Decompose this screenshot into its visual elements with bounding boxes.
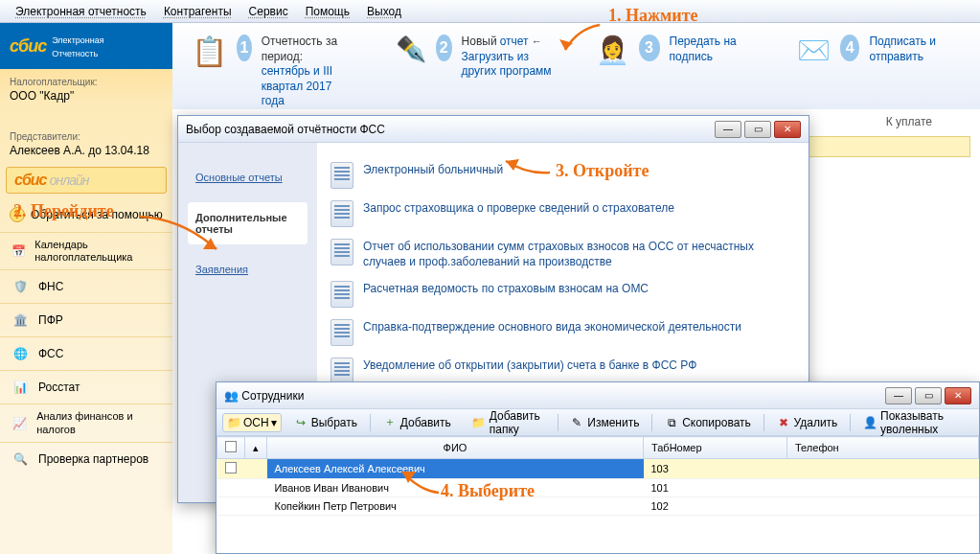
col-tab[interactable]: ТабНомер: [644, 437, 787, 459]
sign-send-link[interactable]: Подписать и отправить: [869, 35, 935, 63]
emp-toolbar: 📁 ОСН ▾ ↪Выбрать ＋Добавить 📁Добавить пап…: [217, 409, 979, 436]
envelope-icon: ✉️: [797, 35, 831, 66]
report-icon: [330, 162, 353, 189]
copy-icon: ⧉: [665, 416, 678, 429]
table-row[interactable]: Алексеев Алексей Алексеевич 103: [217, 459, 979, 479]
step-number-1: 1: [237, 35, 252, 61]
step-number-3: 3: [639, 35, 660, 61]
logo-sub2: Отчетность: [52, 49, 98, 58]
rep-value: Алексеев А.А. до 13.04.18: [10, 144, 163, 157]
delete-icon: ✖: [777, 416, 790, 429]
report-item[interactable]: Запрос страховщика о проверке сведений о…: [327, 195, 799, 233]
sidebar-item-finance[interactable]: 📈 Анализ финансов и налогов: [0, 404, 172, 441]
logo-brand: сбис: [10, 36, 46, 57]
step-number-2: 2: [436, 35, 452, 61]
report-icon: [330, 319, 353, 346]
sidebar-item-rosstat[interactable]: 📊 Росстат: [0, 370, 172, 404]
dialog-titlebar[interactable]: Выбор создаваемой отчётности ФСС — ▭ ✕: [178, 116, 809, 143]
online-banner[interactable]: сбис онлайн: [6, 167, 167, 194]
select-button[interactable]: ↪Выбрать: [285, 412, 366, 433]
new-report-link[interactable]: отчет: [500, 35, 529, 48]
report-item[interactable]: Справка-подтверждение основного вида эко…: [327, 313, 799, 352]
people-icon: 👥: [224, 389, 239, 403]
edit-icon: ✎: [570, 416, 583, 429]
sidebar-item-fss[interactable]: 🌐 ФСС: [0, 336, 172, 370]
taxpayer-label: Налогоплательщик:: [10, 77, 163, 87]
emp-title: Сотрудники: [241, 389, 304, 403]
col-tel[interactable]: Телефон: [787, 437, 979, 459]
fns-icon: 🛡️: [10, 276, 31, 297]
select-icon: ↪: [294, 416, 308, 429]
maximize-button[interactable]: ▭: [744, 121, 771, 138]
rosstat-icon: 📊: [10, 377, 31, 398]
tab-extra-reports[interactable]: Дополнительные отчеты: [188, 202, 308, 244]
tab-applications[interactable]: Заявления: [188, 254, 308, 285]
steps-bar: 📋 1 Отчетность за период: сентябрь и III…: [172, 23, 980, 109]
sidebar-item-check[interactable]: 🔍 Проверка партнеров: [0, 442, 172, 475]
sidebar-item-pfr[interactable]: 🏛️ ПФР: [0, 303, 172, 336]
taxpayer-value: ООО "Кадр": [10, 89, 163, 103]
send-sign-link[interactable]: Передать на подпись: [670, 35, 737, 63]
table-row[interactable]: Копейкин Петр Петрович 102: [217, 497, 979, 516]
check-icon: 🔍: [10, 449, 31, 470]
sidebar-item-calendar[interactable]: 📅 Календарь налогоплательщика: [0, 232, 172, 269]
pfr-icon: 🏛️: [10, 310, 31, 331]
folder-plus-icon: 📁: [472, 416, 486, 429]
report-icon: [330, 281, 353, 308]
report-icon: [330, 239, 353, 265]
pen-icon: ✒️: [396, 35, 426, 64]
menu-reports[interactable]: Электронная отчетность: [8, 2, 154, 21]
calendar-icon: 📅: [10, 241, 27, 262]
col-check[interactable]: [217, 437, 245, 459]
help-link[interactable]: ? Обратиться за помощью: [0, 201, 172, 228]
sidebar-item-fns[interactable]: 🛡️ ФНС: [0, 269, 172, 303]
emp-minimize-button[interactable]: —: [885, 387, 912, 404]
kuplate-label[interactable]: К уплате: [886, 115, 961, 128]
row-checkbox[interactable]: [225, 462, 237, 473]
menu-service[interactable]: Сервис: [241, 2, 296, 21]
folder-select[interactable]: 📁 ОСН ▾: [222, 413, 282, 432]
employees-window: 👥 Сотрудники — ▭ ✕ 📁 ОСН ▾ ↪Выбрать ＋Доб…: [216, 381, 980, 554]
sidebar: сбис Электронная Отчетность Налогоплател…: [0, 23, 172, 554]
clipboard-icon: 📋: [192, 35, 227, 68]
report-item[interactable]: Отчет об использовании сумм страховых вз…: [327, 233, 799, 275]
emp-close-button[interactable]: ✕: [945, 387, 971, 404]
copy-button[interactable]: ⧉Скопировать: [656, 412, 760, 433]
minimize-button[interactable]: —: [715, 121, 741, 138]
fss-icon: 🌐: [10, 343, 31, 364]
menu-exit[interactable]: Выход: [359, 2, 409, 21]
delete-button[interactable]: ✖Удалить: [768, 412, 847, 433]
report-item[interactable]: Электронный больничный: [327, 156, 799, 195]
emp-table: ▴ ФИО ТабНомер Телефон Алексеев Алексей …: [217, 436, 979, 516]
col-fio[interactable]: ФИО: [267, 437, 644, 459]
menu-help[interactable]: Помощь: [298, 2, 357, 21]
edit-button[interactable]: ✎Изменить: [561, 412, 648, 433]
plus-icon: ＋: [383, 416, 397, 429]
rep-label: Представители:: [10, 131, 163, 142]
report-icon: [330, 200, 353, 227]
emp-maximize-button[interactable]: ▭: [915, 387, 942, 404]
add-folder-button[interactable]: 📁Добавить папку: [464, 405, 554, 440]
show-fired-button[interactable]: 👤Показывать уволенных: [855, 405, 973, 440]
table-row[interactable]: Иванов Иван Иванович 101: [217, 479, 979, 497]
main-menu: Электронная отчетность Контрагенты Серви…: [0, 0, 980, 23]
step-4[interactable]: ✉️ 4 Подписать и отправить: [797, 35, 961, 66]
tab-main-reports[interactable]: Основные отчеты: [188, 162, 308, 193]
load-other-link[interactable]: Загрузить из других программ: [462, 50, 552, 79]
menu-counterparties[interactable]: Контрагенты: [156, 2, 239, 21]
step-2[interactable]: ✒️ 2 Новый отчет ← Загрузить из других п…: [396, 35, 558, 80]
period-link[interactable]: сентябрь и III квартал 2017 года: [262, 64, 332, 107]
folder-icon: 📁: [227, 416, 241, 429]
col-sort[interactable]: ▴: [245, 437, 267, 459]
chevron-down-icon: ▾: [271, 416, 277, 429]
person-icon: 👩‍💼: [596, 35, 629, 66]
dialog-title: Выбор создаваемой отчётности ФСС: [186, 123, 385, 136]
help-icon: ?: [10, 207, 25, 222]
close-button[interactable]: ✕: [774, 121, 801, 138]
report-item[interactable]: Расчетная ведомость по страховым взносам…: [327, 275, 799, 313]
add-button[interactable]: ＋Добавить: [375, 412, 460, 433]
finance-icon: 📈: [10, 413, 29, 434]
logo-sub1: Электронная: [52, 35, 103, 45]
step-3[interactable]: 👩‍💼 3 Передать на подпись: [596, 35, 759, 66]
step-1[interactable]: 📋 1 Отчетность за период: сентябрь и III…: [192, 35, 357, 109]
